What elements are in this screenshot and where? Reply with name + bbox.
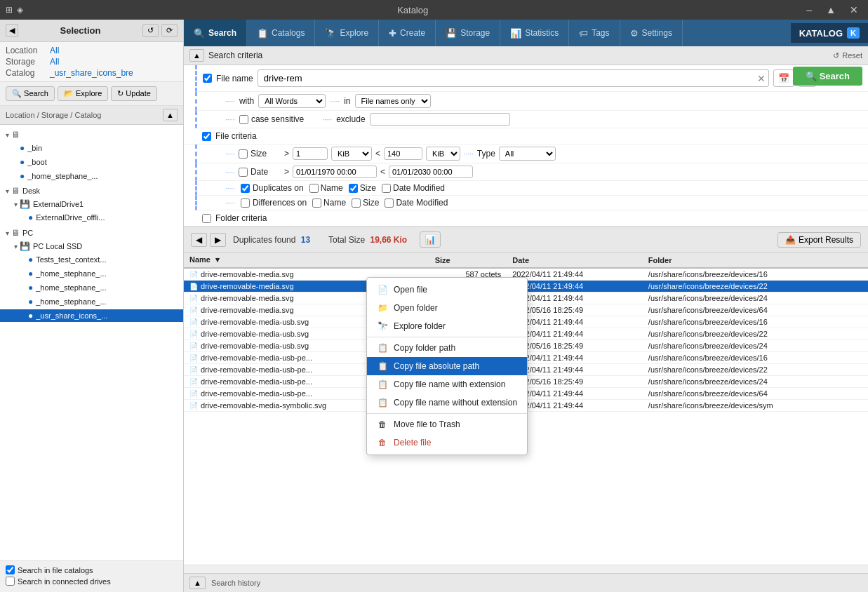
ctx-open-file[interactable]: 📄 Open file bbox=[367, 281, 527, 299]
col-folder[interactable]: Folder bbox=[643, 253, 868, 268]
dup-name-checkbox[interactable] bbox=[309, 184, 319, 193]
col-name[interactable]: Name ▾ bbox=[184, 253, 429, 268]
tab-explore[interactable]: 🔭 Explore bbox=[315, 20, 379, 46]
tree-row-home3[interactable]: ● _home_stephane_... bbox=[0, 281, 183, 294]
in-select[interactable]: File names only Full path Content bbox=[355, 94, 431, 108]
close-button[interactable]: ✕ bbox=[846, 3, 862, 17]
differences-checkbox[interactable] bbox=[241, 199, 250, 208]
date-from-input[interactable] bbox=[293, 166, 377, 178]
results-prev-button[interactable]: ◀ bbox=[191, 233, 207, 247]
diff-date-label[interactable]: Date Modified bbox=[385, 198, 448, 208]
col-size[interactable]: Size bbox=[429, 253, 507, 268]
filename-calendar-button[interactable]: 📅 bbox=[773, 69, 794, 87]
ctx-copy-file-name-ext[interactable]: 📋 Copy file name with extension bbox=[367, 375, 527, 393]
reset-button[interactable]: ↺ Reset bbox=[833, 51, 862, 60]
results-next-button[interactable]: ▶ bbox=[210, 233, 226, 247]
date-checkbox[interactable] bbox=[239, 168, 248, 177]
diff-date-checkbox[interactable] bbox=[385, 199, 394, 208]
duplicates-label-wrap[interactable]: Duplicates on bbox=[241, 183, 304, 193]
diff-size-checkbox[interactable] bbox=[352, 199, 361, 208]
exclude-input[interactable] bbox=[370, 113, 510, 126]
tree-row-bin[interactable]: ● _bin bbox=[0, 142, 183, 154]
tree-row-pc[interactable]: ▾ 🖥 PC bbox=[0, 227, 183, 239]
ctx-copy-file-name-noext[interactable]: 📋 Copy file name without extension bbox=[367, 393, 527, 412]
diff-name-checkbox[interactable] bbox=[312, 199, 321, 208]
tree-row-tests[interactable]: ● Tests_test_context... bbox=[0, 253, 183, 266]
filename-checkbox[interactable] bbox=[203, 74, 212, 83]
horizontal-scrollbar[interactable] bbox=[184, 565, 868, 573]
tree-row-desk[interactable]: ▾ 🖥 Desk bbox=[0, 184, 183, 197]
tree-collapse-button[interactable]: ▲ bbox=[163, 109, 178, 121]
ctx-explore-folder[interactable]: 🔭 Explore folder bbox=[367, 317, 527, 335]
desk-expand-icon[interactable]: ▾ bbox=[3, 187, 11, 195]
size-checkbox[interactable] bbox=[239, 149, 248, 159]
file-criteria-checkbox[interactable] bbox=[202, 132, 211, 141]
search-button[interactable]: 🔍 Search bbox=[793, 67, 862, 86]
dup-date-checkbox[interactable] bbox=[382, 184, 391, 193]
search-in-drives-checkbox[interactable] bbox=[6, 577, 15, 586]
tree-row-localssd[interactable]: ▾ 💾 PC Local SSD bbox=[0, 240, 183, 253]
tree-row-home2[interactable]: ● _home_stephane_... bbox=[0, 267, 183, 280]
size-label-wrap[interactable]: Size bbox=[239, 149, 281, 159]
date-label-wrap[interactable]: Date bbox=[239, 167, 281, 177]
localssd-expand[interactable]: ▾ bbox=[11, 243, 20, 250]
with-select[interactable]: All Words Any Word Exact Phrase bbox=[258, 94, 326, 108]
sidebar-back-button[interactable]: ◀ bbox=[6, 24, 18, 37]
search-in-drives-label[interactable]: Search in connected drives bbox=[6, 577, 178, 586]
size-min-input[interactable] bbox=[293, 147, 328, 160]
size-min-unit-select[interactable]: KiB MiB GiB Bytes bbox=[331, 147, 372, 161]
filename-input[interactable] bbox=[261, 72, 757, 85]
minimize-button[interactable]: – bbox=[802, 3, 816, 17]
history-expand-button[interactable]: ▲ bbox=[189, 577, 206, 589]
search-in-catalogs-checkbox[interactable] bbox=[6, 565, 15, 574]
tree-row-extdrive1[interactable]: ▾ 💾 ExternalDrive1 bbox=[0, 198, 183, 210]
maximize-button[interactable]: ▲ bbox=[822, 3, 840, 17]
case-sensitive-checkbox[interactable] bbox=[239, 115, 248, 124]
folder-criteria-checkbox[interactable] bbox=[202, 214, 211, 223]
ctx-delete-file[interactable]: 🗑 Delete file bbox=[367, 433, 527, 452]
size-max-unit-select[interactable]: KiB MiB GiB bbox=[426, 147, 460, 161]
sidebar-sync-button[interactable]: ⟳ bbox=[161, 24, 178, 37]
tree-row-extoffline[interactable]: ● ExternalDrive_offli... bbox=[0, 211, 183, 224]
sidebar-update-button[interactable]: ↻ Update bbox=[111, 86, 157, 101]
col-date[interactable]: Date bbox=[507, 253, 643, 268]
catalog-value[interactable]: _usr_share_icons_bre bbox=[50, 68, 133, 78]
dup-date-label[interactable]: Date Modified bbox=[382, 183, 445, 193]
tab-search[interactable]: 🔍 Search bbox=[184, 20, 247, 46]
ctx-copy-folder-path[interactable]: 📋 Copy folder path bbox=[367, 339, 527, 357]
dup-size-checkbox[interactable] bbox=[349, 184, 358, 193]
pc-expand-icon[interactable]: ▾ bbox=[3, 229, 11, 237]
filename-clear-button[interactable]: ✕ bbox=[757, 73, 766, 84]
tab-catalogs[interactable]: 📋 Catalogs bbox=[247, 20, 315, 46]
differences-label-wrap[interactable]: Differences on bbox=[241, 198, 307, 208]
ctx-copy-file-absolute-path[interactable]: 📋 Copy file absolute path bbox=[367, 357, 527, 375]
dup-name-label[interactable]: Name bbox=[309, 183, 343, 193]
tab-storage[interactable]: 💾 Storage bbox=[436, 20, 500, 46]
storage-value[interactable]: All bbox=[50, 57, 59, 67]
tab-create[interactable]: ✚ Create bbox=[379, 20, 436, 46]
chart-button[interactable]: 📊 bbox=[420, 231, 441, 248]
type-select[interactable]: All Image Video Audio Document bbox=[499, 147, 556, 161]
search-in-catalogs-label[interactable]: Search in file catalogs bbox=[6, 565, 178, 574]
sidebar-explore-button[interactable]: 📂 Explore bbox=[58, 86, 108, 101]
tree-row-home4[interactable]: ● _home_stephane_... bbox=[0, 295, 183, 308]
diff-size-label[interactable]: Size bbox=[352, 198, 379, 208]
location-value[interactable]: All bbox=[50, 46, 59, 55]
tab-settings[interactable]: ⚙ Settings bbox=[620, 20, 683, 46]
sidebar-refresh-button[interactable]: ↺ bbox=[142, 24, 159, 37]
ctx-move-to-trash[interactable]: 🗑 Move file to Trash bbox=[367, 415, 527, 433]
tab-tags[interactable]: 🏷 Tags bbox=[569, 20, 620, 46]
diff-name-label[interactable]: Name bbox=[312, 198, 346, 208]
tree-row-usr[interactable]: ● _usr_share_icons_... bbox=[0, 309, 183, 322]
tree-row-boot[interactable]: ● _boot bbox=[0, 156, 183, 168]
tree-row-home1[interactable]: ● _home_stephane_... bbox=[0, 170, 183, 182]
case-sensitive-label[interactable]: case sensitive bbox=[239, 114, 304, 124]
tree-row-computer[interactable]: ▾ 🖥 bbox=[0, 128, 183, 141]
size-max-input[interactable] bbox=[384, 147, 422, 160]
export-results-button[interactable]: 📤 Export Results bbox=[777, 232, 861, 248]
ctx-open-folder[interactable]: 📁 Open folder bbox=[367, 299, 527, 317]
extdrive1-expand[interactable]: ▾ bbox=[11, 201, 20, 208]
duplicates-checkbox[interactable] bbox=[241, 184, 250, 193]
tree-expand-icon[interactable]: ▾ bbox=[3, 131, 11, 139]
criteria-collapse-button[interactable]: ▲ bbox=[189, 49, 204, 62]
